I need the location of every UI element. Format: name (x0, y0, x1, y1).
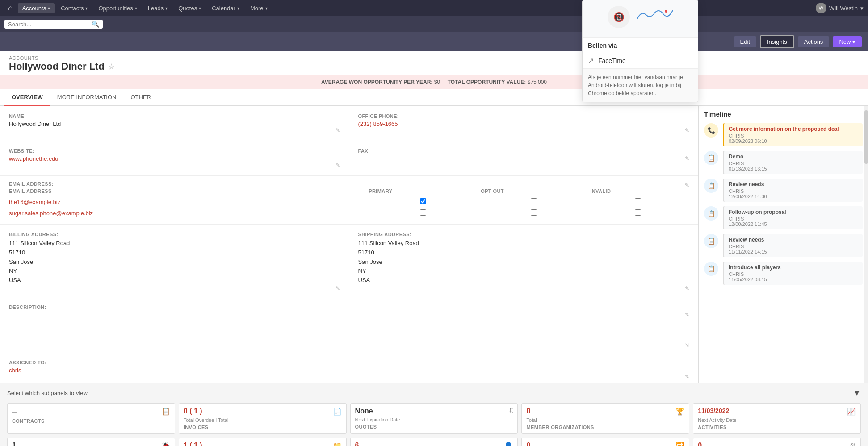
member-orgs-total: Total (526, 417, 684, 423)
nav-contacts[interactable]: Contacts ▾ (56, 3, 92, 13)
popup-phone-icon-left: 📵 (608, 6, 630, 28)
nav-accounts-arrow: ▾ (48, 6, 50, 11)
subpanel-member-orgs[interactable]: 0 🏆 Total MEMBER ORGANIZATIONS (521, 403, 689, 434)
timeline-section: Timeline 📞 Get more information on the p… (699, 106, 868, 294)
email-edit-icon[interactable]: ✎ (685, 182, 689, 188)
email-1-invalid-checkbox[interactable] (635, 198, 641, 204)
assigned-edit-icon[interactable]: ✎ (685, 374, 689, 380)
email-2-primary-checkbox[interactable] (420, 209, 426, 216)
email-2-optout-checkbox[interactable] (531, 209, 537, 216)
email-2-invalid-checkbox[interactable] (635, 209, 641, 216)
assigned-value[interactable]: chris (9, 367, 689, 374)
office-phone-value[interactable]: (232) 859-1665 (358, 121, 690, 127)
fax-edit-icon[interactable]: ✎ (685, 155, 689, 162)
timeline-item: 📞 Get more information on the proposed d… (704, 123, 863, 146)
email-address-2[interactable]: sugar.sales.phone@example.biz (9, 210, 93, 217)
timeline-body-2: Demo CHRIS 01/13/2023 13:15 (723, 151, 863, 174)
subpanel-row2-2[interactable]: 1 ( 1 ) 📁 (179, 438, 347, 446)
billing-edit-icon[interactable]: ✎ (335, 285, 340, 292)
timeline-body-6: Introduce all players CHRIS 11/05/2022 0… (723, 262, 863, 285)
tab-overview[interactable]: OVERVIEW (4, 89, 50, 106)
description-textarea[interactable] (9, 312, 689, 347)
timeline-body-1: Get more information on the proposed dea… (723, 123, 863, 146)
shipping-address-value: 111 Silicon Valley Road 51710 San Jose N… (358, 239, 690, 285)
nav-quotes[interactable]: Quotes ▾ (174, 3, 205, 13)
name-value: Hollywood Diner Ltd (9, 121, 340, 127)
nav-accounts[interactable]: Accounts ▾ (18, 3, 55, 13)
tab-more-information[interactable]: MORE INFORMATION (50, 89, 124, 106)
description-edit-icon[interactable]: ✎ (685, 312, 689, 318)
email-address-1[interactable]: the16@example.biz (9, 199, 60, 205)
nav-opportunities[interactable]: Opportunities ▾ (94, 3, 141, 13)
website-field: WEBSITE: www.phonethe.edu ✎ (0, 141, 349, 175)
scrollbar-thumb[interactable] (864, 110, 868, 164)
activities-date: 11/03/2022 (698, 407, 729, 414)
subpanel-activities[interactable]: 11/03/2022 📈 Next Activity Date ACTIVITI… (693, 403, 861, 434)
description-resize-handle[interactable]: ⇲ (685, 342, 689, 349)
popup-facetime-option[interactable]: ↗ FaceTime (583, 53, 698, 68)
right-panel: Timeline 📞 Get more information on the p… (698, 106, 868, 383)
timeline-event-6: Introduce all players (729, 264, 858, 271)
email-label: EMAIL ADDRESS: (9, 181, 689, 187)
timeline-event-5: Review needs (729, 237, 858, 243)
user-menu-arrow: ▾ (860, 5, 864, 12)
search-input-wrap[interactable]: 🔍 (4, 20, 103, 29)
quotes-total: Next Expiration Date (355, 417, 513, 422)
user-menu[interactable]: W Will Westin ▾ (816, 3, 864, 13)
website-value[interactable]: www.phonethe.edu (9, 155, 340, 162)
nav-leads[interactable]: Leads ▾ (143, 3, 172, 13)
row2-3-value: 6 (355, 442, 359, 446)
favorite-star-icon[interactable]: ☆ (108, 63, 114, 71)
subpanels-collapse-icon[interactable]: ▼ (853, 388, 861, 398)
edit-button[interactable]: Edit (734, 36, 756, 47)
top-navigation: ⌂ Accounts ▾ Contacts ▾ Opportunities ▾ … (0, 0, 868, 16)
email-1-optout-checkbox[interactable] (531, 198, 537, 204)
subpanel-row2-3[interactable]: 6 👤 (350, 438, 518, 446)
actions-button[interactable]: Actions (798, 36, 830, 47)
subpanels-row-2: 1 🐞 Total BUGS 1 ( 1 ) 📁 6 👤 0 🔁 (7, 438, 861, 446)
timeline-meta-5: CHRIS 11/11/2022 14:15 (729, 244, 858, 254)
subpanel-contracts[interactable]: – 📋 CONTRACTS (7, 403, 175, 434)
timeline-body-3: Review needs CHRIS 12/08/2022 14:30 (723, 179, 863, 202)
search-input[interactable] (8, 21, 89, 28)
avg-won-label: AVERAGE WON OPPORTUNITY PER YEAR: (321, 79, 432, 85)
tab-other[interactable]: OTHER (123, 89, 158, 106)
timeline-meeting-icon: 📋 (704, 179, 718, 193)
row2-3-icon: 👤 (504, 442, 513, 446)
subpanel-bugs-row1[interactable]: 1 🐞 Total BUGS (7, 438, 175, 446)
office-phone-edit-icon[interactable]: ✎ (685, 127, 689, 133)
name-field: NAME: Hollywood Diner Ltd ✎ (0, 106, 349, 141)
table-row: the16@example.biz (9, 196, 689, 208)
subpanel-row2-5[interactable]: 0 ⚙ (693, 438, 861, 446)
email-col-optout: Opt Out (481, 188, 590, 196)
row2-5-value: 0 (698, 442, 702, 446)
nav-opportunities-arrow: ▾ (135, 6, 137, 11)
website-edit-icon[interactable]: ✎ (335, 162, 340, 168)
timeline-meeting-icon: 📋 (704, 262, 718, 276)
nav-calendar-arrow: ▾ (237, 6, 239, 11)
activities-icon: 📈 (847, 407, 856, 416)
insights-button[interactable]: Insights (760, 35, 794, 48)
subpanels-section: Select which subpanels to view ▼ – 📋 CON… (0, 383, 868, 446)
nav-more[interactable]: More ▾ (246, 3, 272, 13)
name-edit-icon[interactable]: ✎ (335, 127, 340, 133)
quotes-label: QUOTES (355, 424, 513, 429)
description-section: DESCRIPTION: ✎ ⇲ (0, 299, 698, 354)
search-icon: 🔍 (92, 21, 99, 28)
subpanel-quotes[interactable]: None £ Next Expiration Date QUOTES (350, 403, 518, 434)
name-label: NAME: (9, 113, 340, 119)
home-button[interactable]: ⌂ (4, 2, 16, 14)
subpanel-invoices[interactable]: 0 ( 1 ) 📄 Total Overdue I Total INVOICES (179, 403, 347, 434)
billing-label: BILLING ADDRESS: (9, 232, 340, 237)
shipping-edit-icon[interactable]: ✎ (685, 285, 689, 292)
activities-label: ACTIVITIES (698, 425, 856, 430)
email-1-primary-checkbox[interactable] (420, 198, 426, 204)
popup-wave-graphic (637, 6, 673, 24)
row2-2-icon: 📁 (333, 442, 342, 446)
invoices-value: 0 ( 1 ) (184, 407, 202, 415)
timeline-event-3: Review needs (729, 181, 858, 188)
nav-calendar[interactable]: Calendar ▾ (207, 3, 244, 13)
row2-2-value: 1 ( 1 ) (184, 442, 202, 446)
new-button[interactable]: New ▾ (833, 36, 862, 47)
subpanel-row2-4[interactable]: 0 🔁 (521, 438, 689, 446)
